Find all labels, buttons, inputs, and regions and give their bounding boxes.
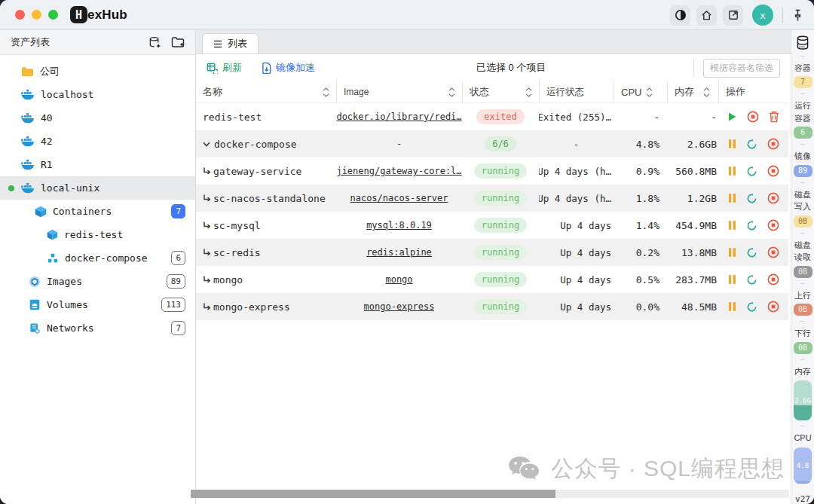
horizontal-scrollbar[interactable] — [191, 490, 789, 498]
restart-button[interactable] — [746, 193, 757, 204]
maximize-button[interactable] — [48, 10, 58, 20]
sidebar-item-r1[interactable]: R1 — [0, 153, 195, 176]
image-link[interactable]: docker.io/library/redi… — [336, 111, 461, 122]
avatar[interactable]: x — [752, 5, 773, 26]
restart-button[interactable] — [746, 220, 757, 231]
pause-button[interactable] — [728, 301, 736, 312]
table-row[interactable]: docker-compose - 6/6 - 4.8% 2.6GB — [196, 130, 788, 157]
tab-list[interactable]: 列表 — [202, 33, 259, 53]
pause-button[interactable] — [728, 139, 736, 149]
minimize-button[interactable] — [32, 10, 41, 20]
image-link[interactable]: mysql:8.0.19 — [366, 220, 432, 231]
theme-toggle-button[interactable] — [670, 5, 690, 26]
status-badge: running — [474, 218, 528, 233]
stop-button[interactable] — [767, 273, 779, 286]
restart-button[interactable] — [746, 166, 757, 177]
sidebar-item-label: 42 — [41, 136, 53, 147]
table-row[interactable]: mongo mongo running Up 4 days 0.5% 283.7… — [196, 266, 788, 293]
stop-button[interactable] — [767, 138, 779, 150]
column-header-name[interactable]: 名称 — [196, 81, 336, 102]
pin-button[interactable] — [792, 9, 803, 22]
stop-button[interactable] — [767, 219, 779, 231]
add-server-button[interactable] — [148, 36, 161, 49]
pause-button[interactable] — [728, 166, 736, 176]
expand-chevron[interactable] — [203, 142, 210, 147]
start-button[interactable] — [727, 111, 737, 122]
sidebar-item-containers[interactable]: Containers 7 — [0, 200, 195, 223]
sidebar-item-redis-test[interactable]: redis-test — [0, 223, 195, 246]
sidebar-item-label: Volumes — [47, 299, 88, 310]
memory-value: 283.7MB — [667, 266, 718, 293]
sidebar-item-label: local-unix — [41, 182, 99, 194]
image-link[interactable]: mongo-express — [364, 301, 435, 312]
column-header-cpu[interactable]: CPU — [614, 81, 667, 102]
table-row[interactable]: sc-mysql mysql:8.0.19 running Up 4 days … — [196, 212, 788, 239]
database-plus-icon — [148, 36, 161, 49]
stop-button[interactable] — [767, 165, 779, 177]
table-row[interactable]: sc-nacos-standalone nacos/nacos-server r… — [196, 185, 788, 212]
add-folder-button[interactable] — [171, 36, 185, 49]
stat-label-upload: 上行 — [794, 289, 811, 302]
refresh-button[interactable]: 刷新 — [207, 61, 242, 75]
restart-icon — [746, 139, 757, 150]
image-link[interactable]: mongo — [385, 274, 412, 285]
home-button[interactable] — [696, 5, 717, 26]
online-indicator — [8, 185, 14, 191]
sidebar-item-images[interactable]: Images 89 — [0, 270, 195, 293]
restart-button[interactable] — [746, 301, 757, 313]
column-header-image[interactable]: Image — [336, 81, 462, 102]
stat-label-download: 下行 — [794, 327, 811, 340]
restart-icon — [746, 166, 757, 177]
sidebar-item-40[interactable]: 40 — [0, 106, 195, 130]
stat-value: 0B — [794, 266, 812, 278]
divider: – — [800, 179, 804, 186]
sort-icon[interactable] — [703, 87, 710, 97]
image-link[interactable]: redis:alpine — [366, 247, 432, 258]
delete-button[interactable] — [769, 111, 779, 123]
count-badge: 113 — [161, 298, 185, 312]
column-header-run-state[interactable]: 运行状态 — [539, 81, 614, 102]
pause-button[interactable] — [728, 274, 736, 285]
stop-button[interactable] — [767, 246, 779, 258]
pause-icon — [728, 139, 736, 149]
pause-button[interactable] — [728, 193, 736, 203]
container-filter-input[interactable] — [703, 59, 780, 78]
sidebar-item-networks[interactable]: Networks 7 — [0, 316, 195, 340]
sort-icon[interactable] — [646, 87, 653, 97]
sidebar-item-local-unix[interactable]: local-unix — [0, 176, 195, 200]
stop-button[interactable] — [767, 192, 779, 204]
sort-icon[interactable] — [525, 87, 532, 97]
scrollbar-thumb[interactable] — [191, 490, 555, 498]
restart-button[interactable] — [746, 139, 757, 150]
sidebar-item-docker-compose[interactable]: docker-compose 6 — [0, 246, 195, 270]
image-link[interactable]: jieneng/gateway-core:l… — [336, 166, 461, 176]
image-link[interactable]: nacos/nacos-server — [350, 193, 448, 203]
column-header-status[interactable]: 状态 — [462, 81, 539, 102]
table-row[interactable]: redis-test docker.io/library/redi… exite… — [196, 103, 788, 130]
run-state: Up 4 days — [539, 266, 614, 293]
server-stats-icon[interactable] — [794, 35, 811, 50]
table-row[interactable]: gateway-service jieneng/gateway-core:l… … — [196, 157, 788, 185]
restart-button[interactable] — [746, 274, 757, 286]
open-external-button[interactable] — [723, 5, 743, 26]
app-window: HexHub x 资产列表 — [0, 0, 814, 504]
sidebar-item-volumes[interactable]: Volumes 113 — [0, 293, 195, 316]
sidebar-item-company[interactable]: 公司 — [0, 60, 195, 83]
table-row[interactable]: sc-redis redis:alpine running Up 4 days … — [196, 239, 788, 266]
column-label: 操作 — [726, 85, 745, 99]
sidebar-item-42[interactable]: 42 — [0, 130, 195, 153]
pause-button[interactable] — [728, 247, 736, 258]
restart-button[interactable] — [746, 247, 757, 258]
pause-button[interactable] — [728, 220, 736, 231]
stop-button[interactable] — [747, 111, 759, 123]
stop-button[interactable] — [767, 301, 779, 313]
sort-icon[interactable] — [323, 87, 329, 97]
wechat-icon — [507, 455, 542, 484]
divider — [693, 59, 694, 77]
column-header-memory[interactable]: 内存 — [667, 81, 718, 102]
sort-icon[interactable] — [448, 87, 455, 97]
sidebar-item-localhost[interactable]: localhost — [0, 83, 195, 106]
mirror-accel-button[interactable]: 镜像加速 — [262, 61, 315, 75]
table-row[interactable]: mongo-express mongo-express running Up 4… — [196, 293, 788, 320]
close-button[interactable] — [15, 10, 25, 20]
